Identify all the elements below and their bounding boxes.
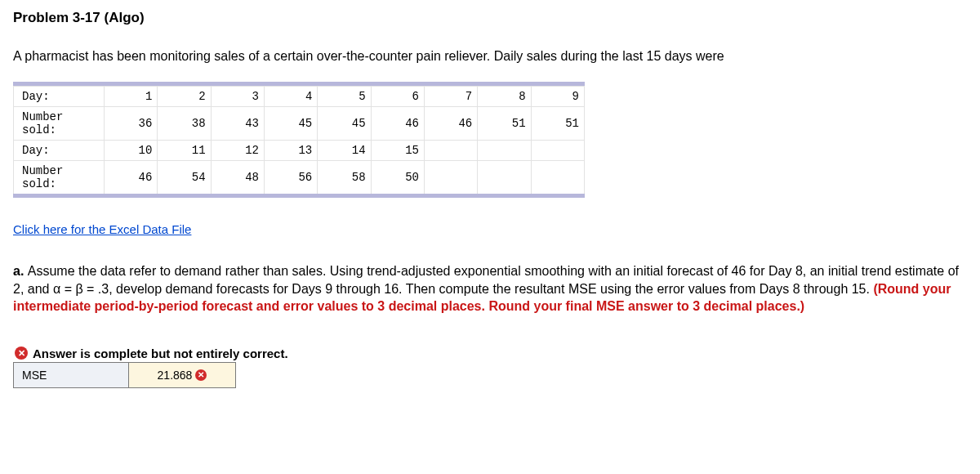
data-table-wrap: Day: 1 2 3 4 5 6 7 8 9 Number sold: 36 3…	[13, 82, 585, 198]
cell	[531, 141, 584, 161]
cell: 56	[264, 161, 317, 195]
cell: 46	[104, 161, 157, 195]
cell: 50	[371, 161, 424, 195]
table-row: MSE 21.868 ✕	[14, 362, 236, 387]
incorrect-icon: ✕	[195, 369, 207, 381]
row-label: Number sold:	[14, 107, 105, 141]
table-row: Number sold: 46 54 48 56 58 50	[14, 161, 585, 195]
question-a-body: Assume the data refer to demand rather t…	[13, 264, 959, 296]
cell: 2	[158, 87, 211, 107]
cell	[424, 161, 477, 195]
cell	[478, 141, 531, 161]
cell: 45	[264, 107, 317, 141]
cell: 58	[318, 161, 371, 195]
cell: 46	[424, 107, 477, 141]
cell: 36	[104, 107, 157, 141]
cell: 13	[264, 141, 317, 161]
cell	[531, 161, 584, 195]
cell: 1	[104, 87, 157, 107]
incorrect-icon: ✕	[15, 347, 28, 360]
cell	[478, 161, 531, 195]
cell: 7	[424, 87, 477, 107]
cell: 10	[104, 141, 157, 161]
table-bottom-bar	[13, 194, 585, 198]
cell: 38	[158, 107, 211, 141]
table-row: Day: 10 11 12 13 14 15	[14, 141, 585, 161]
cell: 12	[211, 141, 264, 161]
answer-block: ✕ Answer is complete but not entirely co…	[13, 347, 405, 388]
question-a-prefix: a.	[13, 264, 28, 278]
excel-data-link[interactable]: Click here for the Excel Data File	[13, 222, 191, 236]
cell: 43	[211, 107, 264, 141]
cell: 46	[371, 107, 424, 141]
cell: 8	[478, 87, 531, 107]
cell: 51	[478, 107, 531, 141]
mse-label-cell: MSE	[14, 362, 129, 387]
cell: 48	[211, 161, 264, 195]
question-a: a. Assume the data refer to demand rathe…	[13, 262, 967, 315]
cell: 9	[531, 87, 584, 107]
problem-title: Problem 3-17 (Algo)	[13, 10, 967, 26]
cell: 4	[264, 87, 317, 107]
problem-intro: A pharmacist has been monitoring sales o…	[13, 49, 967, 64]
row-label: Day:	[14, 87, 105, 107]
cell	[424, 141, 477, 161]
cell: 54	[158, 161, 211, 195]
table-row: Day: 1 2 3 4 5 6 7 8 9	[14, 87, 585, 107]
cell: 51	[531, 107, 584, 141]
cell: 5	[318, 87, 371, 107]
cell: 6	[371, 87, 424, 107]
sales-data-table: Day: 1 2 3 4 5 6 7 8 9 Number sold: 36 3…	[13, 86, 585, 195]
cell: 15	[371, 141, 424, 161]
mse-value: 21.868	[158, 369, 193, 382]
row-label: Number sold:	[14, 161, 105, 195]
answer-table: MSE 21.868 ✕	[13, 362, 236, 388]
answer-status-header: ✕ Answer is complete but not entirely co…	[13, 347, 405, 360]
cell: 11	[158, 141, 211, 161]
cell: 3	[211, 87, 264, 107]
row-label: Day:	[14, 141, 105, 161]
cell: 45	[318, 107, 371, 141]
cell: 14	[318, 141, 371, 161]
table-row: Number sold: 36 38 43 45 45 46 46 51 51	[14, 107, 585, 141]
mse-value-cell[interactable]: 21.868 ✕	[129, 362, 236, 387]
answer-status-text: Answer is complete but not entirely corr…	[33, 347, 288, 360]
